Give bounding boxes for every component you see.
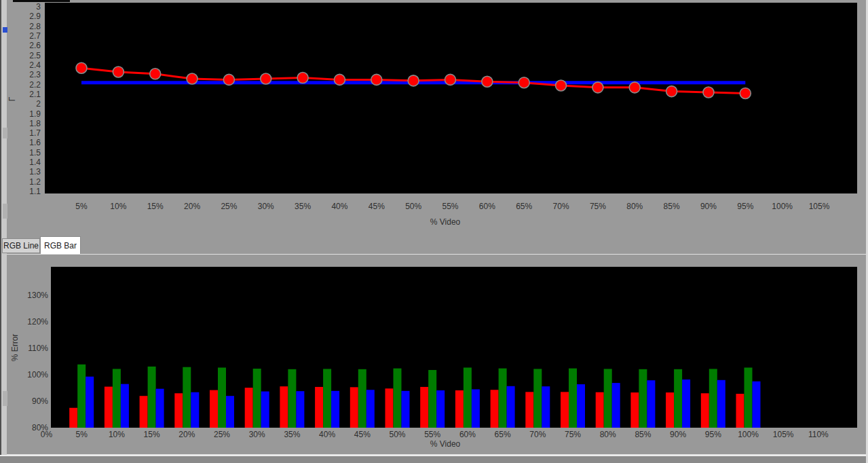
gamma-x-axis-title: % Video (430, 217, 461, 227)
gamma-xtick-label: 25% (221, 202, 237, 211)
gamma-ytick-label: 2.5 (29, 51, 41, 60)
gamma-ytick-label: 2.6 (29, 41, 41, 50)
measured-gamma-line (81, 68, 745, 93)
gamma-xtick-label: 15% (147, 202, 164, 211)
gamma-data-point (187, 73, 197, 84)
gamma-ytick-label: 1.2 (29, 177, 41, 187)
gamma-data-point (408, 75, 419, 86)
gamma-ytick-label: 1.7 (29, 128, 41, 138)
tab-rgb-line[interactable]: RGB Line (2, 238, 40, 253)
gamma-ytick-label: 1.3 (29, 167, 41, 177)
tab-rgb-bar[interactable]: RGB Bar (40, 236, 81, 254)
gamma-data-point (150, 69, 161, 79)
gamma-data-point (261, 73, 271, 84)
gamma-ytick-label: 2.3 (29, 70, 41, 79)
gamma-ytick-label: 1.1 (29, 187, 41, 196)
gamma-ytick-label: 3 (36, 2, 41, 12)
top-tab-underline (13, 0, 70, 2)
gamma-ytick-label: 1.6 (29, 138, 41, 147)
gamma-xtick-label: 70% (553, 202, 569, 211)
left-strip-notch-3 (3, 391, 7, 406)
gamma-data-point (592, 82, 603, 93)
gamma-xtick-label: 20% (184, 202, 200, 211)
gamma-ytick-label: 2.1 (29, 90, 41, 99)
gamma-xtick-label: 10% (110, 202, 126, 211)
gamma-xtick-label: 5% (75, 202, 88, 211)
gamma-data-point (445, 74, 456, 85)
gamma-xtick-label: 65% (516, 202, 532, 211)
gamma-ytick-label: 1.8 (29, 119, 41, 128)
gamma-data-point (740, 88, 751, 98)
gamma-ytick-label: 1.4 (29, 158, 41, 167)
gamma-ytick-label: 2.2 (29, 80, 41, 90)
gamma-ytick-label: 1.9 (29, 109, 41, 119)
left-strip-blue-indicator (3, 27, 7, 33)
gamma-xtick-label: 55% (442, 202, 458, 211)
gamma-xtick-label: 45% (369, 202, 385, 211)
gamma-ytick-label: 2.9 (29, 12, 41, 21)
gamma-ytick-label: 2.4 (29, 60, 41, 70)
gamma-ytick-label: 2.7 (29, 31, 41, 41)
gamma-data-point (518, 77, 529, 88)
gamma-data-point (297, 73, 308, 84)
gamma-xtick-label: 75% (590, 202, 606, 211)
gamma-data-point (629, 82, 640, 93)
calibration-app-window: { "colors": { "page_bg": "#9a9a9a", "plo… (0, 0, 868, 463)
gamma-ytick-label: 2.8 (29, 22, 41, 31)
gamma-data-point (76, 62, 87, 73)
left-strip-notch-1 (3, 128, 7, 138)
gamma-data-point (666, 86, 677, 97)
gamma-xtick-label: 50% (405, 202, 421, 211)
gamma-data-point (482, 76, 493, 87)
left-edge-strip (0, 0, 7, 463)
gamma-ytick-label: 2 (36, 99, 41, 109)
gamma-xtick-label: 85% (664, 202, 680, 211)
gamma-xtick-label: 60% (479, 202, 495, 211)
gamma-xtick-label: 40% (331, 202, 347, 211)
gamma-xtick-label: 100% (772, 202, 793, 211)
gamma-xtick-label: 95% (737, 202, 753, 211)
left-strip-notch-2 (3, 204, 7, 219)
gamma-xtick-label: 30% (258, 202, 274, 211)
gamma-xtick-label: 90% (700, 202, 717, 211)
rgb-bar-tab-page (1, 254, 867, 455)
gamma-y-axis-title: Γ (7, 96, 17, 101)
gamma-data-point (334, 74, 345, 85)
gamma-data-point (371, 74, 382, 85)
gamma-data-point (223, 74, 234, 85)
gamma-xtick-label: 80% (626, 202, 643, 211)
gamma-data-point (113, 67, 124, 77)
gamma-xtick-label: 35% (295, 202, 311, 211)
gamma-data-point (703, 87, 714, 98)
bottom-status-strip (0, 456, 868, 463)
gamma-xtick-label: 105% (809, 202, 830, 211)
gamma-ytick-label: 1.5 (29, 148, 41, 158)
gamma-plot-area (45, 3, 857, 193)
gamma-data-point (556, 80, 567, 91)
